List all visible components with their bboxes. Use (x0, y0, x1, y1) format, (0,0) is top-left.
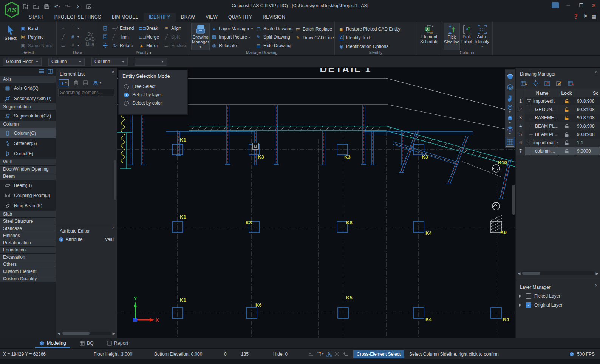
split-button[interactable]: ╱Split (162, 32, 187, 41)
sidebar-item-segmentation-cz-[interactable]: Segmentation(CZ) (0, 111, 56, 121)
element-list-vscrollbar[interactable] (114, 160, 116, 200)
wireframe-view-icon[interactable]: ▾ (506, 104, 514, 114)
sidebar-item-secondary-axis-u-[interactable]: Secondary Axis(U) (0, 93, 56, 103)
by-cad-line-button[interactable]: By CAD Line (81, 32, 99, 47)
tab-view[interactable]: VIEW (200, 13, 223, 22)
add-element-button[interactable]: +▾ (59, 79, 69, 86)
sidebar-section-door-window-opening[interactable]: Door/Window Opening (0, 166, 56, 173)
polyline-button[interactable]: ⋈Polyline (19, 33, 55, 41)
radio-free-select[interactable]: Free Select (119, 82, 187, 91)
snap-mode-icon[interactable]: ▾ (315, 351, 325, 358)
radio-icon[interactable] (124, 93, 129, 97)
layer-manager-button[interactable]: ≡Layer Manager▾ (210, 25, 254, 33)
sidebar-section-steel-structure[interactable]: Steel Structure (0, 218, 56, 225)
bookmark-icon[interactable]: ⚑ (583, 14, 588, 19)
canvas-vscrollbar[interactable] (512, 185, 515, 215)
align-button[interactable]: ≡Align (162, 24, 187, 32)
same-name-button[interactable]: ▣Same-Name (19, 42, 55, 50)
workspace-tab-bq[interactable]: BQ (73, 338, 101, 348)
drawing-row-BEAM-PL-[interactable]: 5BEAM PL...90.8:908 (516, 130, 600, 139)
drawing-row-BEAM-PL-[interactable]: 4BEAM PL...90.8:908 (516, 122, 600, 130)
radio-select-by-layer[interactable]: Select by layer (119, 91, 187, 99)
element-search-input[interactable] (59, 90, 119, 95)
scroll-right-icon[interactable]: ▶ (111, 332, 116, 335)
tab-identify[interactable]: IDENTIFY (144, 13, 176, 22)
scroll-left-icon[interactable]: ◀ (57, 332, 61, 335)
drawing-row-import-edit-4[interactable]: 6−import-edit_41:1 (516, 139, 600, 147)
layer-manager-close-icon[interactable]: × (595, 283, 598, 288)
drawing-manager-close-icon[interactable]: × (595, 69, 598, 75)
sidebar-item-coupling-beam-j-[interactable]: Coupling Beam(J) (0, 190, 56, 201)
drawing-manager-hscrollbar[interactable]: ◀ ▶ (517, 271, 599, 276)
draw-rect-button[interactable]: ▭ (59, 41, 68, 50)
panel-view-icon[interactable] (48, 69, 53, 74)
add-drawing-icon[interactable] (521, 81, 527, 86)
copy-element-icon[interactable] (83, 80, 88, 85)
selection-mode-chip[interactable]: Cross-Element Select (353, 350, 404, 358)
delete-drawing-icon[interactable] (568, 81, 574, 86)
sidebar-section-staircase[interactable]: Staircase (0, 225, 56, 232)
import-picture-button[interactable]: ▧Import Picture▾ (210, 33, 254, 41)
select-button[interactable]: Select (2, 23, 19, 50)
edit-drawing-icon[interactable] (556, 81, 562, 86)
solid-view-icon[interactable]: ▾ (506, 115, 514, 125)
3d-view-icon[interactable]: 3D (506, 82, 514, 92)
layer-checkbox[interactable] (526, 293, 531, 299)
drawing-manager-button[interactable]: Drawing Manager▾ (191, 23, 210, 50)
lock-icon[interactable] (558, 122, 575, 130)
identification-options-button[interactable]: ◉Identification Options (337, 42, 415, 51)
auto-identify-button[interactable]: Auto-Identify▾ (473, 23, 491, 50)
expand-icon[interactable] (519, 304, 523, 307)
layers-filter-icon[interactable]: ▾ (93, 80, 101, 85)
collapse-icon[interactable]: − (527, 99, 531, 103)
sidebar-section-axis[interactable]: Axis (0, 76, 56, 83)
category-dropdown[interactable]: Column▼ (48, 58, 85, 66)
orbit-icon[interactable] (506, 71, 514, 81)
element-type-dropdown[interactable]: Column▼ (91, 58, 128, 66)
move-button[interactable] (101, 41, 110, 50)
tab-revision[interactable]: REVISION (257, 13, 291, 22)
scale-drawing-icon[interactable] (544, 81, 550, 86)
lock-icon[interactable] (558, 130, 575, 139)
tab-project-settings[interactable]: PROJECT SETTINGS (49, 13, 107, 22)
sidebar-section-slab[interactable]: Slab (0, 211, 56, 218)
pan-hand-icon[interactable] (506, 93, 514, 103)
sidebar-section-custom-quantity[interactable]: Custom Quantity (0, 275, 56, 282)
sidebar-section-segmentation[interactable]: Segmentation (0, 103, 56, 111)
scale-drawing-button[interactable]: ▢Scale Drawing (254, 25, 294, 33)
workspace-icon[interactable]: ▦ (592, 14, 596, 19)
tab-bim-model[interactable]: BIM MODEL (107, 13, 144, 22)
sidebar-section-foundation[interactable]: Foundation (0, 247, 56, 254)
sidebar-section-custom-element[interactable]: Custom Element (0, 268, 56, 275)
radio-select-by-color[interactable]: Select by color (119, 99, 187, 107)
delete-button[interactable] (101, 24, 110, 32)
floor-dropdown[interactable]: Ground Floor▼ (3, 58, 42, 66)
element-search-box[interactable] (58, 89, 114, 96)
tab-draw[interactable]: DRAW (176, 13, 200, 22)
sidebar-item-column-c-[interactable]: Column(C) (0, 128, 56, 138)
drawing-grid-icon[interactable] (506, 137, 514, 147)
identify-text-button[interactable]: 🄰Identify Text (337, 33, 415, 42)
tab-start[interactable]: START (23, 13, 49, 22)
drawing-row-GROUN-[interactable]: 2GROUN...90.8:908 (516, 105, 600, 114)
drawing-canvas[interactable]: YXDETAIL 1K1K3K3K3K10K1K8K8K4K9K1K6K5K4K… (117, 68, 515, 338)
layers-view-icon[interactable]: ▾ (506, 126, 514, 136)
collapse-icon[interactable]: − (527, 141, 531, 145)
element-list-close-icon[interactable]: × (112, 69, 114, 75)
dm-scroll-right-icon[interactable]: ▶ (595, 271, 599, 275)
drawing-row-column-[interactable]: 7column-...9:9000 (516, 147, 600, 155)
delete-element-icon[interactable] (74, 80, 78, 85)
pick-label-button[interactable]: a Pick Label (460, 23, 473, 50)
drawing-row-import-edit[interactable]: 1−import-edit90.8:908 (516, 97, 600, 105)
sidebar-item-beam-b-[interactable]: Beam(B) (0, 180, 56, 190)
lock-icon[interactable] (558, 97, 575, 105)
workspace-tab-report[interactable]: Report (101, 338, 135, 348)
trim-button[interactable]: ╱─Trim (111, 32, 136, 41)
lock-icon[interactable] (558, 114, 575, 122)
empty-dropdown[interactable]: ▼ (135, 58, 167, 66)
chat-icon[interactable] (552, 2, 559, 8)
radio-icon[interactable] (124, 101, 129, 106)
element-list-hscrollbar[interactable]: ◀ ▶ (57, 331, 116, 336)
sidebar-section-column[interactable]: Column (0, 121, 56, 128)
element-schedule-button[interactable]: X Element Schedule (419, 23, 439, 50)
